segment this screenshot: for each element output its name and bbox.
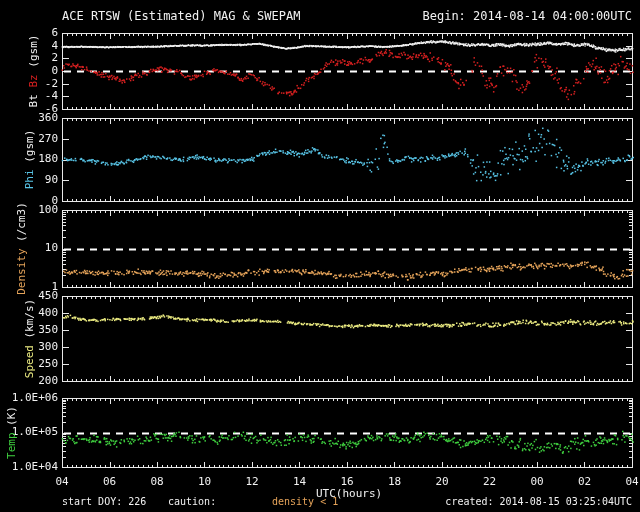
- page-title: ACE RTSW (Estimated) MAG & SWEPAM: [62, 10, 300, 22]
- begin-timestamp: Begin: 2014-08-14 04:00:00UTC: [422, 10, 632, 22]
- start-doy-label: start DOY: 226: [62, 497, 146, 507]
- created-timestamp: created: 2014-08-15 03:25:04UTC: [445, 497, 632, 507]
- density-warning-label: density < 1: [272, 497, 338, 507]
- chart-canvas: [0, 0, 640, 512]
- ace-rtsw-figure: ACE RTSW (Estimated) MAG & SWEPAM Begin:…: [0, 0, 640, 512]
- caution-label: caution:: [168, 497, 216, 507]
